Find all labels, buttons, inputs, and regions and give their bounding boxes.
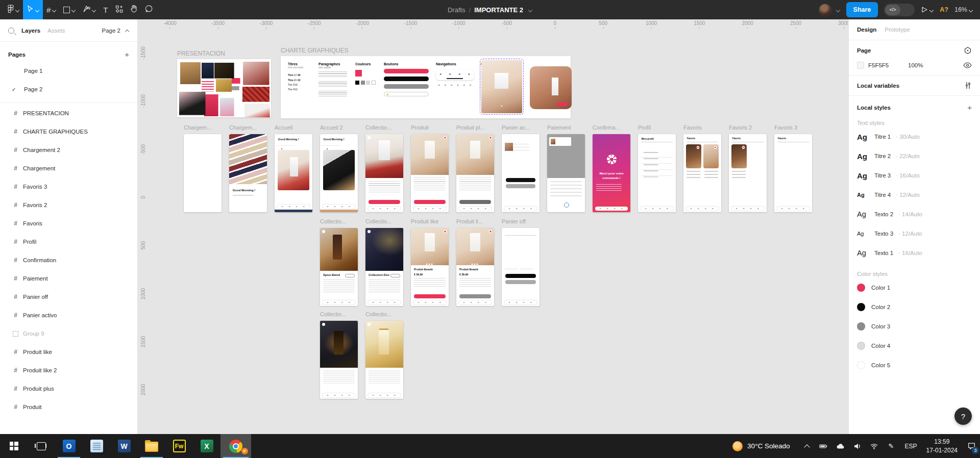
page-selector[interactable]: Page 2 (102, 28, 129, 34)
frame-label[interactable]: Collectio... (365, 218, 403, 226)
canvas-frame-collection-red[interactable]: Collectio... (365, 124, 403, 212)
frame-label[interactable]: Favoris 2 (729, 124, 767, 132)
layer-row[interactable]: Chargement (0, 159, 137, 177)
layer-row[interactable]: Produit like 2 (0, 361, 137, 379)
canvas-frame-home2[interactable]: Accueil 2Good Morning ! (320, 124, 358, 212)
canvas-frame-spice[interactable]: Collectio...Spice Blend (320, 218, 358, 306)
frame-label[interactable]: Chargem... (184, 124, 222, 132)
page-list-item[interactable]: ✓Page 1 (0, 62, 137, 80)
layer-row[interactable]: Paiement (0, 269, 137, 288)
canvas-frame-home[interactable]: AccueilGood Morning ! (275, 124, 312, 212)
text-style-row[interactable]: AgTexto 2· 14/Auto (849, 205, 980, 224)
frame-label[interactable]: Collectio... (365, 124, 403, 132)
shape-tool-button[interactable] (60, 0, 79, 19)
group-9-image[interactable] (481, 60, 522, 113)
styles-icon[interactable] (964, 46, 972, 55)
taskbar-fireworks[interactable]: Fw (165, 434, 193, 458)
avatar[interactable] (819, 4, 831, 16)
page-color-swatch[interactable] (857, 62, 864, 69)
canvas-frame-product-gray[interactable]: Produit pl... (456, 124, 494, 212)
zoom-level-menu[interactable]: 16% (954, 6, 973, 13)
color-style-row[interactable]: Color 4 (849, 336, 980, 355)
frame-label[interactable]: Paiement (547, 124, 585, 132)
action-center-button[interactable]: 3 (963, 434, 980, 458)
volume-icon[interactable] (851, 434, 864, 458)
canvas-frame-dark-bottle[interactable]: Collectio... (320, 311, 358, 399)
page-opacity[interactable]: 100% (908, 62, 923, 68)
color-style-row[interactable]: Color 1 (849, 278, 980, 297)
canvas-frame-plike[interactable]: Produit likeProduit Beauté€ 39,99 (411, 218, 449, 306)
product-photo[interactable] (530, 66, 572, 109)
tab-layers[interactable]: Layers (21, 28, 40, 34)
text-style-row[interactable]: AgTitre 3· 16/Auto (849, 166, 980, 185)
canvas-frame-fav1[interactable]: Favoris 2Favoris (729, 124, 767, 212)
frame-label[interactable]: Produit (411, 124, 449, 132)
frame-label[interactable]: Confirma... (593, 124, 630, 132)
share-button[interactable]: Share (846, 2, 878, 17)
layer-row[interactable]: PRESENTACION (0, 104, 137, 122)
color-style-row[interactable]: Color 5 (849, 355, 980, 375)
layer-row[interactable]: Produit plus (0, 379, 137, 398)
frame-label[interactable]: Profil (638, 124, 676, 132)
frame-label[interactable]: Favoris 3 (774, 124, 812, 132)
taskbar-excel[interactable]: X (193, 434, 220, 458)
eye-icon[interactable] (963, 62, 972, 68)
page-list-item[interactable]: ✓Page 2 (0, 80, 137, 98)
battery-icon[interactable] (817, 434, 830, 458)
layer-row[interactable]: Favoris 2 (0, 196, 137, 214)
page-color-hex[interactable]: F5F5F5 (868, 62, 904, 68)
taskbar-chrome[interactable]: F (220, 434, 251, 458)
frame-label[interactable]: Collectio... (320, 218, 358, 226)
canvas-frame-profile[interactable]: ProfilMon profil (638, 124, 676, 212)
main-menu-button[interactable] (4, 0, 23, 19)
canvas-frame-cart-off[interactable]: Panier off (502, 218, 540, 306)
canvas-frame-cart-active[interactable]: Panier ac... (502, 124, 540, 212)
canvas-frame-collage[interactable]: Chargem...Good Morning ! (229, 124, 267, 212)
color-style-row[interactable]: Color 3 (849, 317, 980, 336)
frame-label[interactable]: Panier off (502, 218, 540, 226)
canvas-frame-payment[interactable]: Paiement (547, 124, 585, 212)
onedrive-cloud-icon[interactable] (834, 434, 847, 458)
help-button[interactable]: ? (954, 408, 972, 425)
canvas-frame-fav0[interactable]: Favoris 3Favoris (774, 124, 812, 212)
frame-tool-button[interactable]: # (43, 0, 60, 19)
canvas-frame-blank[interactable]: Chargem... (184, 124, 222, 212)
text-style-row[interactable]: AgTitre 2· 22/Auto (849, 146, 980, 166)
layer-row[interactable]: Panier activo (0, 306, 137, 324)
canvas[interactable]: -4000-3500-3000-2500-2000-1500-1000-5000… (138, 19, 848, 434)
layer-row[interactable]: Confirmation (0, 251, 137, 269)
hand-tool-button[interactable] (127, 0, 141, 19)
add-page-button[interactable]: + (125, 50, 129, 59)
board-presentacion[interactable]: PRESENTACION (177, 50, 271, 116)
search-icon[interactable] (8, 28, 14, 34)
taskbar-outlook[interactable]: O (55, 434, 83, 458)
text-style-row[interactable]: AgTitre 1· 30/Auto (849, 127, 980, 146)
chevron-down-icon[interactable] (837, 8, 840, 12)
canvas-frame-plike2[interactable]: Produit li...Produit Beauté€ 39,99 (456, 218, 494, 306)
text-tool-button[interactable]: T (100, 0, 111, 19)
taskbar-file-explorer[interactable] (138, 434, 165, 458)
layer-row[interactable]: Favoris 3 (0, 177, 137, 196)
chevron-down-icon[interactable] (529, 8, 532, 12)
layer-row[interactable]: Profil (0, 233, 137, 251)
frame-label[interactable]: Collectio... (365, 311, 403, 319)
layer-row[interactable]: CHARTE GRAPHIQUES (0, 122, 137, 141)
color-style-row[interactable]: Color 2 (849, 297, 980, 317)
taskbar-clock[interactable]: 13:59 17-01-2024 (921, 438, 963, 455)
canvas-frame-gold-bottle[interactable]: Collectio... (365, 311, 403, 399)
text-style-row[interactable]: AgTexto 1· 16/Auto (849, 243, 980, 263)
pen-tool-button[interactable] (79, 0, 100, 19)
seat-badge[interactable]: A? (940, 6, 948, 13)
actions-button[interactable] (112, 0, 127, 19)
present-button[interactable] (921, 6, 934, 13)
frame-label[interactable]: Chargem... (229, 124, 267, 132)
taskbar-word[interactable]: W (110, 434, 138, 458)
taskbar-notepad[interactable] (83, 434, 110, 458)
wifi-icon[interactable] (868, 434, 881, 458)
layer-row[interactable]: Group 9 (0, 324, 137, 343)
frame-label[interactable]: Panier ac... (502, 124, 540, 132)
frame-label[interactable]: CHARTE GRAPHIQUES (281, 47, 571, 54)
layer-row[interactable]: Chargement 2 (0, 141, 137, 159)
pen-icon[interactable]: ✎ (885, 434, 898, 458)
layer-row[interactable]: Produit (0, 398, 137, 416)
